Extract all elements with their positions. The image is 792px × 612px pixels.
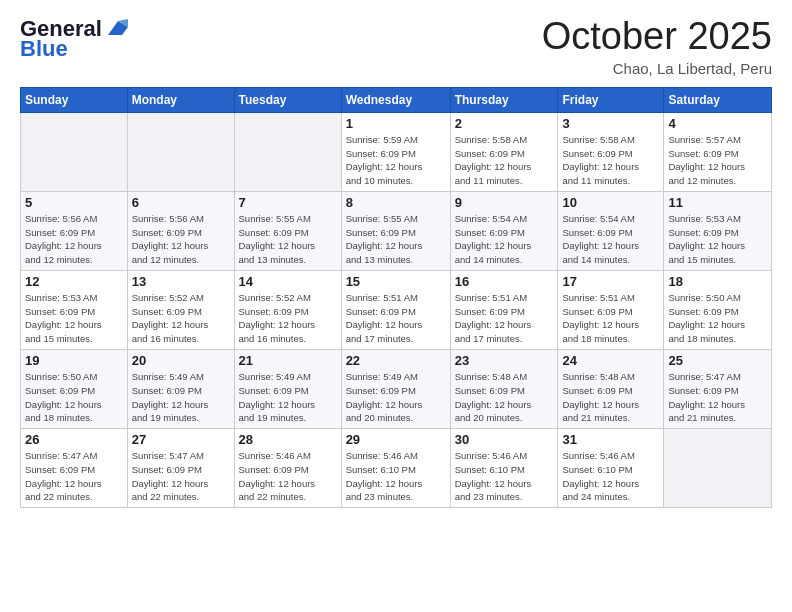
- day-info: Sunrise: 5:55 AM Sunset: 6:09 PM Dayligh…: [346, 212, 446, 267]
- month-title: October 2025: [542, 16, 772, 58]
- table-cell: 30Sunrise: 5:46 AM Sunset: 6:10 PM Dayli…: [450, 429, 558, 508]
- day-info: Sunrise: 5:52 AM Sunset: 6:09 PM Dayligh…: [132, 291, 230, 346]
- day-number: 2: [455, 116, 554, 131]
- page: General Blue October 2025 Chao, La Liber…: [0, 0, 792, 612]
- table-cell: 5Sunrise: 5:56 AM Sunset: 6:09 PM Daylig…: [21, 191, 128, 270]
- day-info: Sunrise: 5:51 AM Sunset: 6:09 PM Dayligh…: [455, 291, 554, 346]
- logo-blue-text: Blue: [20, 36, 68, 62]
- col-monday: Monday: [127, 87, 234, 112]
- table-cell: 10Sunrise: 5:54 AM Sunset: 6:09 PM Dayli…: [558, 191, 664, 270]
- table-cell: 20Sunrise: 5:49 AM Sunset: 6:09 PM Dayli…: [127, 349, 234, 428]
- table-cell: 16Sunrise: 5:51 AM Sunset: 6:09 PM Dayli…: [450, 270, 558, 349]
- table-cell: [664, 429, 772, 508]
- table-cell: 18Sunrise: 5:50 AM Sunset: 6:09 PM Dayli…: [664, 270, 772, 349]
- day-info: Sunrise: 5:55 AM Sunset: 6:09 PM Dayligh…: [239, 212, 337, 267]
- day-number: 13: [132, 274, 230, 289]
- calendar-header-row: Sunday Monday Tuesday Wednesday Thursday…: [21, 87, 772, 112]
- calendar-table: Sunday Monday Tuesday Wednesday Thursday…: [20, 87, 772, 508]
- day-number: 27: [132, 432, 230, 447]
- day-info: Sunrise: 5:58 AM Sunset: 6:09 PM Dayligh…: [455, 133, 554, 188]
- table-cell: 4Sunrise: 5:57 AM Sunset: 6:09 PM Daylig…: [664, 112, 772, 191]
- day-number: 1: [346, 116, 446, 131]
- table-cell: 26Sunrise: 5:47 AM Sunset: 6:09 PM Dayli…: [21, 429, 128, 508]
- table-cell: 29Sunrise: 5:46 AM Sunset: 6:10 PM Dayli…: [341, 429, 450, 508]
- location-subtitle: Chao, La Libertad, Peru: [542, 60, 772, 77]
- day-info: Sunrise: 5:52 AM Sunset: 6:09 PM Dayligh…: [239, 291, 337, 346]
- day-number: 18: [668, 274, 767, 289]
- day-info: Sunrise: 5:53 AM Sunset: 6:09 PM Dayligh…: [668, 212, 767, 267]
- day-number: 28: [239, 432, 337, 447]
- table-cell: 19Sunrise: 5:50 AM Sunset: 6:09 PM Dayli…: [21, 349, 128, 428]
- logo: General Blue: [20, 16, 132, 62]
- day-info: Sunrise: 5:59 AM Sunset: 6:09 PM Dayligh…: [346, 133, 446, 188]
- table-cell: 31Sunrise: 5:46 AM Sunset: 6:10 PM Dayli…: [558, 429, 664, 508]
- header-area: General Blue October 2025 Chao, La Liber…: [20, 16, 772, 77]
- table-cell: 13Sunrise: 5:52 AM Sunset: 6:09 PM Dayli…: [127, 270, 234, 349]
- table-cell: [21, 112, 128, 191]
- col-tuesday: Tuesday: [234, 87, 341, 112]
- day-info: Sunrise: 5:47 AM Sunset: 6:09 PM Dayligh…: [668, 370, 767, 425]
- day-number: 25: [668, 353, 767, 368]
- day-number: 15: [346, 274, 446, 289]
- day-info: Sunrise: 5:57 AM Sunset: 6:09 PM Dayligh…: [668, 133, 767, 188]
- day-info: Sunrise: 5:46 AM Sunset: 6:10 PM Dayligh…: [455, 449, 554, 504]
- day-info: Sunrise: 5:49 AM Sunset: 6:09 PM Dayligh…: [239, 370, 337, 425]
- day-number: 8: [346, 195, 446, 210]
- day-info: Sunrise: 5:54 AM Sunset: 6:09 PM Dayligh…: [455, 212, 554, 267]
- col-sunday: Sunday: [21, 87, 128, 112]
- table-cell: [234, 112, 341, 191]
- day-number: 26: [25, 432, 123, 447]
- col-wednesday: Wednesday: [341, 87, 450, 112]
- day-info: Sunrise: 5:50 AM Sunset: 6:09 PM Dayligh…: [668, 291, 767, 346]
- title-area: October 2025 Chao, La Libertad, Peru: [542, 16, 772, 77]
- day-number: 6: [132, 195, 230, 210]
- day-number: 11: [668, 195, 767, 210]
- day-number: 29: [346, 432, 446, 447]
- day-info: Sunrise: 5:54 AM Sunset: 6:09 PM Dayligh…: [562, 212, 659, 267]
- col-saturday: Saturday: [664, 87, 772, 112]
- day-info: Sunrise: 5:56 AM Sunset: 6:09 PM Dayligh…: [132, 212, 230, 267]
- day-number: 16: [455, 274, 554, 289]
- table-cell: 24Sunrise: 5:48 AM Sunset: 6:09 PM Dayli…: [558, 349, 664, 428]
- day-number: 10: [562, 195, 659, 210]
- day-number: 4: [668, 116, 767, 131]
- day-number: 12: [25, 274, 123, 289]
- table-cell: 7Sunrise: 5:55 AM Sunset: 6:09 PM Daylig…: [234, 191, 341, 270]
- table-cell: 9Sunrise: 5:54 AM Sunset: 6:09 PM Daylig…: [450, 191, 558, 270]
- day-number: 24: [562, 353, 659, 368]
- calendar-week-2: 5Sunrise: 5:56 AM Sunset: 6:09 PM Daylig…: [21, 191, 772, 270]
- day-info: Sunrise: 5:48 AM Sunset: 6:09 PM Dayligh…: [562, 370, 659, 425]
- day-number: 23: [455, 353, 554, 368]
- day-info: Sunrise: 5:46 AM Sunset: 6:10 PM Dayligh…: [562, 449, 659, 504]
- day-number: 31: [562, 432, 659, 447]
- table-cell: 2Sunrise: 5:58 AM Sunset: 6:09 PM Daylig…: [450, 112, 558, 191]
- table-cell: 25Sunrise: 5:47 AM Sunset: 6:09 PM Dayli…: [664, 349, 772, 428]
- day-number: 20: [132, 353, 230, 368]
- day-info: Sunrise: 5:49 AM Sunset: 6:09 PM Dayligh…: [132, 370, 230, 425]
- table-cell: 12Sunrise: 5:53 AM Sunset: 6:09 PM Dayli…: [21, 270, 128, 349]
- table-cell: 23Sunrise: 5:48 AM Sunset: 6:09 PM Dayli…: [450, 349, 558, 428]
- table-cell: 6Sunrise: 5:56 AM Sunset: 6:09 PM Daylig…: [127, 191, 234, 270]
- day-info: Sunrise: 5:56 AM Sunset: 6:09 PM Dayligh…: [25, 212, 123, 267]
- table-cell: 17Sunrise: 5:51 AM Sunset: 6:09 PM Dayli…: [558, 270, 664, 349]
- calendar-week-1: 1Sunrise: 5:59 AM Sunset: 6:09 PM Daylig…: [21, 112, 772, 191]
- table-cell: 22Sunrise: 5:49 AM Sunset: 6:09 PM Dayli…: [341, 349, 450, 428]
- day-info: Sunrise: 5:50 AM Sunset: 6:09 PM Dayligh…: [25, 370, 123, 425]
- day-info: Sunrise: 5:53 AM Sunset: 6:09 PM Dayligh…: [25, 291, 123, 346]
- day-number: 17: [562, 274, 659, 289]
- day-number: 5: [25, 195, 123, 210]
- logo-bird-icon: [104, 17, 132, 37]
- day-number: 30: [455, 432, 554, 447]
- day-info: Sunrise: 5:46 AM Sunset: 6:09 PM Dayligh…: [239, 449, 337, 504]
- table-cell: 14Sunrise: 5:52 AM Sunset: 6:09 PM Dayli…: [234, 270, 341, 349]
- table-cell: 27Sunrise: 5:47 AM Sunset: 6:09 PM Dayli…: [127, 429, 234, 508]
- table-cell: 15Sunrise: 5:51 AM Sunset: 6:09 PM Dayli…: [341, 270, 450, 349]
- day-info: Sunrise: 5:46 AM Sunset: 6:10 PM Dayligh…: [346, 449, 446, 504]
- day-number: 7: [239, 195, 337, 210]
- day-number: 9: [455, 195, 554, 210]
- day-number: 19: [25, 353, 123, 368]
- table-cell: 11Sunrise: 5:53 AM Sunset: 6:09 PM Dayli…: [664, 191, 772, 270]
- day-info: Sunrise: 5:49 AM Sunset: 6:09 PM Dayligh…: [346, 370, 446, 425]
- table-cell: 21Sunrise: 5:49 AM Sunset: 6:09 PM Dayli…: [234, 349, 341, 428]
- day-info: Sunrise: 5:58 AM Sunset: 6:09 PM Dayligh…: [562, 133, 659, 188]
